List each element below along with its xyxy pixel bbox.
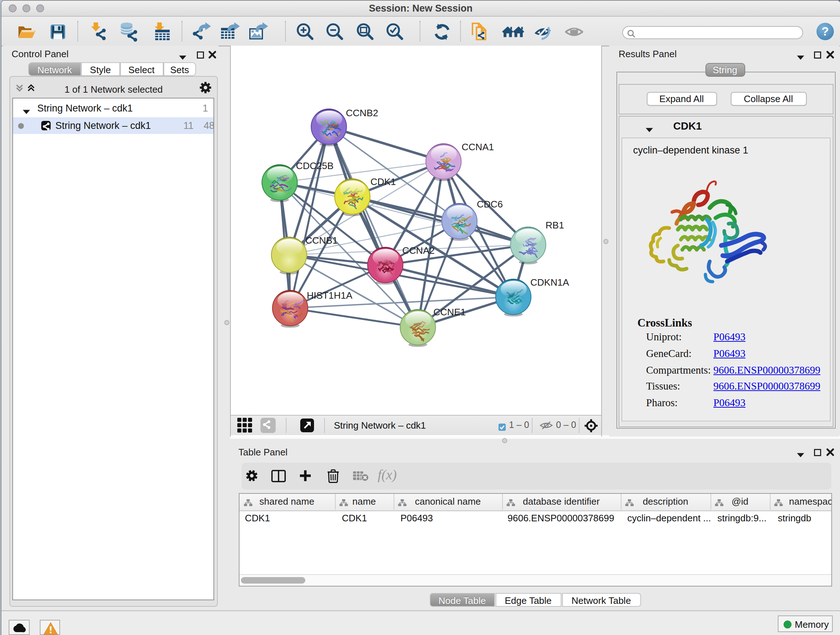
svg-text:CDC6: CDC6: [477, 199, 502, 210]
svg-text:CCNE1: CCNE1: [433, 307, 465, 318]
svg-text:RB1: RB1: [545, 220, 564, 231]
svg-text:HIST1H1A: HIST1H1A: [306, 290, 352, 301]
svg-text:CCNA2: CCNA2: [402, 245, 434, 256]
svg-text:CCNA1: CCNA1: [461, 141, 493, 152]
svg-text:?: ?: [821, 25, 829, 38]
svg-text:CCNB1: CCNB1: [305, 235, 337, 246]
svg-text:CCNB2: CCNB2: [346, 108, 378, 119]
svg-text:CDK1: CDK1: [370, 176, 395, 187]
svg-text:CDC25B: CDC25B: [295, 160, 333, 171]
svg-text:CDKN1A: CDKN1A: [530, 277, 569, 288]
